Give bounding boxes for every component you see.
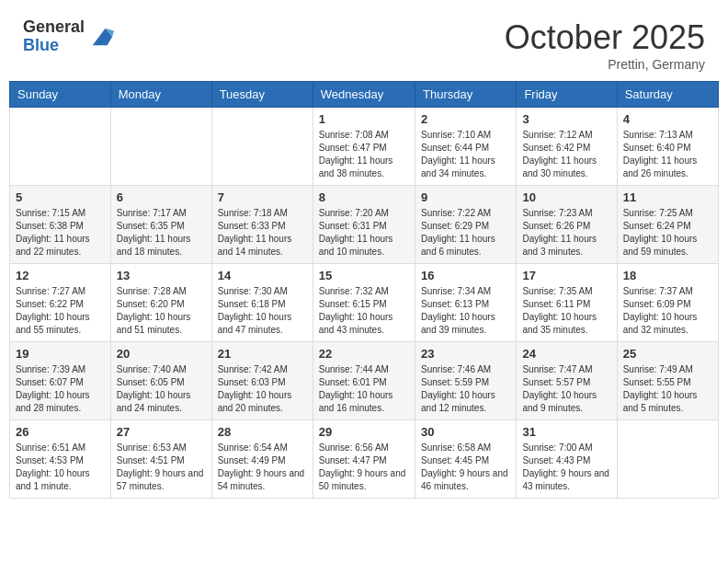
calendar-cell: 18Sunrise: 7:37 AM Sunset: 6:09 PM Dayli…	[617, 264, 718, 342]
day-info: Sunrise: 7:15 AM Sunset: 6:38 PM Dayligh…	[16, 207, 105, 259]
calendar-day-header: Tuesday	[211, 82, 313, 108]
calendar-cell: 1Sunrise: 7:08 AM Sunset: 6:47 PM Daylig…	[313, 108, 415, 186]
calendar-cell: 14Sunrise: 7:30 AM Sunset: 6:18 PM Dayli…	[211, 264, 313, 342]
day-number: 18	[623, 269, 712, 282]
calendar-cell: 9Sunrise: 7:22 AM Sunset: 6:29 PM Daylig…	[415, 186, 517, 264]
day-number: 8	[319, 190, 409, 204]
calendar-cell: 25Sunrise: 7:49 AM Sunset: 5:55 PM Dayli…	[617, 342, 718, 420]
day-number: 5	[16, 190, 105, 204]
day-info: Sunrise: 7:40 AM Sunset: 6:05 PM Dayligh…	[117, 363, 206, 415]
day-number: 30	[421, 425, 510, 439]
calendar-cell: 2Sunrise: 7:10 AM Sunset: 6:44 PM Daylig…	[415, 108, 517, 186]
day-number: 9	[421, 190, 510, 204]
day-info: Sunrise: 6:53 AM Sunset: 4:51 PM Dayligh…	[117, 442, 206, 493]
day-info: Sunrise: 7:32 AM Sunset: 6:15 PM Dayligh…	[319, 285, 409, 337]
calendar-cell: 8Sunrise: 7:20 AM Sunset: 6:31 PM Daylig…	[313, 186, 415, 264]
calendar-cell: 11Sunrise: 7:25 AM Sunset: 6:24 PM Dayli…	[617, 186, 718, 264]
day-number: 20	[117, 347, 206, 361]
calendar-day-header: Monday	[110, 82, 211, 108]
day-number: 17	[522, 269, 610, 282]
day-info: Sunrise: 7:49 AM Sunset: 5:55 PM Dayligh…	[623, 363, 712, 415]
day-number: 6	[117, 190, 206, 204]
day-number: 12	[16, 269, 105, 282]
day-info: Sunrise: 7:47 AM Sunset: 5:57 PM Dayligh…	[522, 363, 610, 415]
day-info: Sunrise: 7:23 AM Sunset: 6:26 PM Dayligh…	[522, 207, 610, 259]
day-number: 7	[218, 190, 307, 204]
day-info: Sunrise: 7:27 AM Sunset: 6:22 PM Dayligh…	[16, 285, 105, 337]
calendar-cell: 13Sunrise: 7:28 AM Sunset: 6:20 PM Dayli…	[110, 264, 211, 342]
day-number: 4	[623, 112, 712, 126]
calendar-cell: 16Sunrise: 7:34 AM Sunset: 6:13 PM Dayli…	[415, 264, 517, 342]
calendar-cell	[110, 108, 211, 186]
day-info: Sunrise: 7:25 AM Sunset: 6:24 PM Dayligh…	[623, 207, 712, 259]
logo: General Blue	[23, 18, 114, 55]
day-info: Sunrise: 7:18 AM Sunset: 6:33 PM Dayligh…	[218, 207, 307, 259]
day-info: Sunrise: 7:37 AM Sunset: 6:09 PM Dayligh…	[623, 285, 712, 337]
calendar-cell: 30Sunrise: 6:58 AM Sunset: 4:45 PM Dayli…	[415, 420, 517, 499]
calendar-week-row: 1Sunrise: 7:08 AM Sunset: 6:47 PM Daylig…	[10, 108, 719, 186]
day-number: 10	[522, 190, 610, 204]
calendar-cell: 6Sunrise: 7:17 AM Sunset: 6:35 PM Daylig…	[110, 186, 211, 264]
calendar-cell	[10, 108, 111, 186]
day-number: 19	[16, 347, 105, 361]
day-number: 11	[623, 190, 712, 204]
day-number: 1	[319, 112, 409, 126]
day-number: 21	[218, 347, 307, 361]
calendar-day-header: Saturday	[617, 82, 718, 108]
day-number: 26	[16, 425, 105, 439]
day-info: Sunrise: 7:46 AM Sunset: 5:59 PM Dayligh…	[421, 363, 510, 415]
calendar-cell: 29Sunrise: 6:56 AM Sunset: 4:47 PM Dayli…	[313, 420, 415, 499]
day-number: 3	[522, 112, 610, 126]
day-number: 15	[319, 269, 409, 282]
calendar-cell: 23Sunrise: 7:46 AM Sunset: 5:59 PM Dayli…	[415, 342, 517, 420]
day-info: Sunrise: 7:39 AM Sunset: 6:07 PM Dayligh…	[16, 363, 105, 415]
day-info: Sunrise: 6:58 AM Sunset: 4:45 PM Dayligh…	[421, 442, 510, 493]
calendar-table: SundayMondayTuesdayWednesdayThursdayFrid…	[9, 81, 719, 499]
day-number: 24	[522, 347, 610, 361]
logo-text: General Blue	[23, 18, 85, 55]
day-number: 16	[421, 269, 510, 282]
day-info: Sunrise: 7:17 AM Sunset: 6:35 PM Dayligh…	[117, 207, 206, 259]
day-number: 27	[117, 425, 206, 439]
calendar-cell	[211, 108, 313, 186]
day-info: Sunrise: 6:56 AM Sunset: 4:47 PM Dayligh…	[319, 442, 409, 493]
day-info: Sunrise: 7:10 AM Sunset: 6:44 PM Dayligh…	[421, 129, 510, 180]
logo-blue: Blue	[23, 37, 85, 55]
day-info: Sunrise: 7:28 AM Sunset: 6:20 PM Dayligh…	[117, 285, 206, 337]
calendar-cell: 10Sunrise: 7:23 AM Sunset: 6:26 PM Dayli…	[517, 186, 617, 264]
day-number: 13	[117, 269, 206, 282]
day-info: Sunrise: 7:44 AM Sunset: 6:01 PM Dayligh…	[319, 363, 409, 415]
day-number: 22	[319, 347, 409, 361]
calendar-week-row: 12Sunrise: 7:27 AM Sunset: 6:22 PM Dayli…	[10, 264, 719, 342]
calendar-cell: 3Sunrise: 7:12 AM Sunset: 6:42 PM Daylig…	[517, 108, 617, 186]
calendar-week-row: 19Sunrise: 7:39 AM Sunset: 6:07 PM Dayli…	[10, 342, 719, 420]
day-info: Sunrise: 7:30 AM Sunset: 6:18 PM Dayligh…	[218, 285, 307, 337]
calendar-cell: 17Sunrise: 7:35 AM Sunset: 6:11 PM Dayli…	[517, 264, 617, 342]
calendar-day-header: Friday	[517, 82, 617, 108]
calendar-cell: 28Sunrise: 6:54 AM Sunset: 4:49 PM Dayli…	[211, 420, 313, 499]
day-info: Sunrise: 7:42 AM Sunset: 6:03 PM Dayligh…	[218, 363, 307, 415]
location: Prettin, Germany	[505, 57, 705, 72]
calendar-day-header: Wednesday	[313, 82, 415, 108]
day-info: Sunrise: 6:51 AM Sunset: 4:53 PM Dayligh…	[16, 442, 105, 493]
logo-general: General	[23, 18, 85, 37]
month-title: October 2025	[505, 18, 705, 57]
calendar-cell: 15Sunrise: 7:32 AM Sunset: 6:15 PM Dayli…	[313, 264, 415, 342]
day-number: 29	[319, 425, 409, 439]
day-info: Sunrise: 7:35 AM Sunset: 6:11 PM Dayligh…	[522, 285, 610, 337]
calendar-cell: 24Sunrise: 7:47 AM Sunset: 5:57 PM Dayli…	[517, 342, 617, 420]
calendar-cell: 31Sunrise: 7:00 AM Sunset: 4:43 PM Dayli…	[517, 420, 617, 499]
calendar-cell: 19Sunrise: 7:39 AM Sunset: 6:07 PM Dayli…	[10, 342, 111, 420]
calendar-cell: 7Sunrise: 7:18 AM Sunset: 6:33 PM Daylig…	[211, 186, 313, 264]
calendar-cell: 27Sunrise: 6:53 AM Sunset: 4:51 PM Dayli…	[110, 420, 211, 499]
day-info: Sunrise: 7:13 AM Sunset: 6:40 PM Dayligh…	[623, 129, 712, 180]
day-info: Sunrise: 7:12 AM Sunset: 6:42 PM Dayligh…	[522, 129, 610, 180]
day-number: 31	[522, 425, 610, 439]
calendar-cell: 12Sunrise: 7:27 AM Sunset: 6:22 PM Dayli…	[10, 264, 111, 342]
page-header: General Blue October 2025 Prettin, Germa…	[9, 9, 719, 76]
day-number: 14	[218, 269, 307, 282]
calendar-header-row: SundayMondayTuesdayWednesdayThursdayFrid…	[10, 82, 719, 108]
calendar-week-row: 26Sunrise: 6:51 AM Sunset: 4:53 PM Dayli…	[10, 420, 719, 499]
calendar-cell: 22Sunrise: 7:44 AM Sunset: 6:01 PM Dayli…	[313, 342, 415, 420]
day-number: 23	[421, 347, 510, 361]
